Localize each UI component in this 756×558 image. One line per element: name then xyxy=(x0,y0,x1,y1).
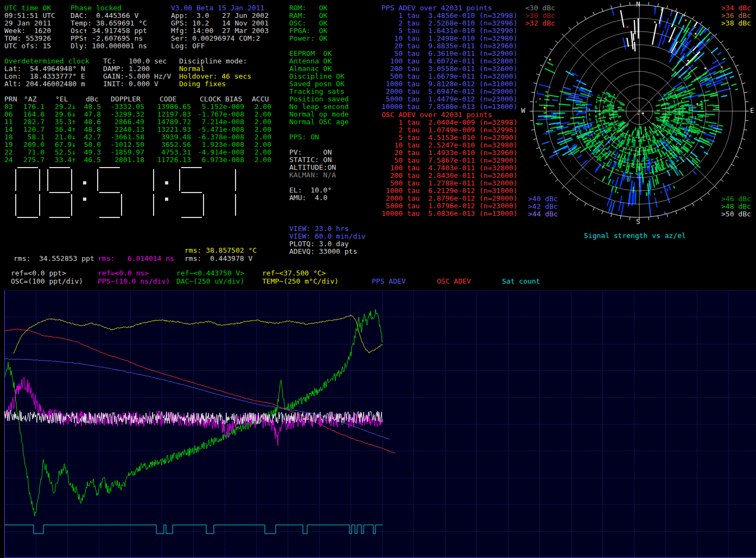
text-segment: Lat: 54.4964948° N xyxy=(4,65,85,73)
text-segment: DAC~(250 uV/div) xyxy=(176,278,244,285)
osc-adev-row: 500 tau 1.2788e-011 (n=32000) xyxy=(382,179,517,187)
sat-table-cell: 2866.49 xyxy=(115,118,144,126)
text-segment: V3.00 Beta 15 Jan 2011 xyxy=(171,4,264,12)
sat-table-cell: 176.1 xyxy=(23,103,45,111)
sat-table-cell: 29.6↓ xyxy=(55,111,76,118)
pps-adev-row: 5000 tau 1.4479e-012 (n=23000) xyxy=(382,95,517,103)
text-segment: Lon: 18.4333777° E xyxy=(4,73,85,80)
pps-adev-row: 10 tau 1.2498e-010 (n=32980) xyxy=(382,35,517,42)
main-plot[interactable] xyxy=(4,290,756,558)
sat-table-header: CODE xyxy=(160,95,176,103)
text-segment: Week: 1620 xyxy=(4,27,51,35)
sat-table-cell: 2240.13 xyxy=(115,126,144,133)
text-segment: rms: 0.443978 V xyxy=(185,255,252,262)
sat-table-header: °EL xyxy=(55,95,68,103)
pps-adev-row: 500 tau 1.6679e-011 (n=32000) xyxy=(382,73,517,80)
sat-table-cell: 2.00 xyxy=(255,118,271,126)
sat-table-cell: 275.7 xyxy=(23,156,45,164)
text-segment: Osc↑ 34.917458 ppt xyxy=(71,27,147,35)
sat-table-cell: 14 xyxy=(4,126,13,133)
pps-adev-row: 100 tau 4.6072e-011 (n=32800) xyxy=(382,57,517,65)
text-segment: EEPROM OK xyxy=(289,50,332,57)
osc-adev-row: 10 tau 2.5247e-010 (n=32980) xyxy=(382,142,517,149)
sat-table-cell: -5.471e-008 xyxy=(198,126,244,133)
pps-adev-row: 50 tau 6.3610e-011 (n=32900) xyxy=(382,50,517,57)
sat-table-cell: 12197.83 xyxy=(157,111,191,118)
text-segment: RAM: OK xyxy=(289,12,327,20)
sat-table-header: DOPPLER xyxy=(111,95,141,103)
sat-table-cell: 46.5 xyxy=(84,156,101,164)
text-segment: TOW: 553926 xyxy=(4,35,51,42)
sat-table-cell: 19 xyxy=(4,141,13,149)
sat-table-cell: -3332.05 xyxy=(110,103,144,111)
text-segment: DAC: 0.445366 V xyxy=(71,12,138,20)
text-segment: Tracking sats xyxy=(289,88,345,95)
text-segment: OSC ADEV xyxy=(437,278,471,285)
sat-table-cell: 42.7 xyxy=(84,133,101,141)
text-segment: Antenna OK xyxy=(289,57,332,65)
sat-table-cell: 14789.72 xyxy=(157,118,191,126)
sat-table-cell: 2801.18 xyxy=(115,156,144,164)
sat-table-cell: 48.6 xyxy=(84,118,101,126)
sat-table-cell: 48.5 xyxy=(84,103,101,111)
osc-adev-row: 2 tau 1.0749e-009 (n=32996) xyxy=(382,126,517,134)
compass-east-label: E xyxy=(750,107,754,114)
sat-table-cell: 2.00 xyxy=(255,111,271,118)
sat-table-cell: 2.00 xyxy=(255,141,271,149)
sat-table-cell: 282.7 xyxy=(23,118,45,126)
sat-table-cell: 67.9↓ xyxy=(55,141,76,149)
lady-heather-screen: { "colors":{"green":"#00c800","white":"#… xyxy=(0,0,756,558)
sat-table-cell: 4753.31 xyxy=(161,149,191,156)
pps-adev-row: 2000 tau 5.6947e-012 (n=29000) xyxy=(382,88,517,95)
sat-table-cell: 18 xyxy=(4,133,13,141)
text-segment: PLOTQ: 3.0 day xyxy=(289,240,349,248)
sat-table-cell: -3061.58 xyxy=(110,133,144,141)
text-segment: Dly: 100.000001 ns xyxy=(71,42,147,50)
text-segment: AMU: 4.0 xyxy=(289,194,327,202)
text-segment: Temp: 38.659691 °C xyxy=(71,20,147,27)
compass-north-label: N xyxy=(636,1,640,8)
osc-adev-row: 10000 tau 5.0836e-013 (n=13000) xyxy=(382,210,517,217)
text-segment: Normal op mode xyxy=(289,111,349,118)
sat-table-cell: -4.914e-008 xyxy=(198,149,244,156)
text-segment: Mfg: 14:00 27 Mar 2003 xyxy=(171,27,269,35)
sat-table-cell: 1.923e-008 xyxy=(202,141,244,149)
pps-adev-row: 10000 tau 7.8580e-013 (n=13000) xyxy=(382,103,517,111)
sat-table-cell: 7.214e-008 xyxy=(202,118,244,126)
osc-adev-row: 5000 tau 1.0796e-012 (n=23000) xyxy=(382,202,517,210)
pps-adev-row: 1 tau 3.4856e-010 (n=32998) xyxy=(382,12,517,20)
sat-table-cell: 22 xyxy=(4,149,13,156)
sat-table-cell: 58.1 xyxy=(28,133,45,141)
text-segment: PPS ADEV xyxy=(372,278,406,285)
sat-table-cell: 49.3 xyxy=(84,149,101,156)
sat-table-cell: -1.767e-008 xyxy=(198,111,244,118)
pps-adev-row: 20 tau 9.8835e-011 (n=32960) xyxy=(382,42,517,50)
text-segment: ref=<0.0 ns> xyxy=(98,270,149,277)
sat-table-cell: 120.7 xyxy=(23,126,45,133)
polar-satellite-map xyxy=(522,0,756,225)
sat-table-cell: 50.0 xyxy=(84,141,101,149)
text-segment: PPS↑ -2.607695 ns xyxy=(71,35,143,42)
osc-adev-row: 50 tau 7.5867e-011 (n=32900) xyxy=(382,157,517,164)
app-window: UTC time OKPhase lockedV3.00 Beta 15 Jan… xyxy=(0,0,756,558)
sat-table-cell: 209.0 xyxy=(23,141,45,149)
sat-table-cell: -1859.97 xyxy=(110,149,144,156)
sat-table-cell: 13986.65 xyxy=(157,103,191,111)
sat-table-cell: 3939.48 xyxy=(161,133,191,141)
sat-table-cell: 48.8 xyxy=(84,126,101,133)
text-segment: PPS: ON xyxy=(289,133,319,141)
sat-table-cell: 2.00 xyxy=(255,149,271,156)
sat-table-cell: 11 xyxy=(4,118,13,126)
sat-table-cell: 24 xyxy=(4,156,13,164)
sat-table-cell: 6.973e-008 xyxy=(202,156,244,164)
sat-table-cell: -1012.50 xyxy=(110,141,144,149)
text-segment: Discipline mode: xyxy=(179,57,247,65)
sat-table-cell: 5.152e-009 xyxy=(202,103,244,111)
text-segment: ROM: OK xyxy=(289,4,327,12)
sat-table-header: CLOCK BIAS xyxy=(200,95,242,103)
text-segment: Power: OK xyxy=(289,35,327,42)
text-segment: Sat count xyxy=(502,278,540,285)
sat-table-cell: 164.8 xyxy=(23,111,45,118)
text-segment: GAIN:-5.000 Hz/V xyxy=(103,73,171,80)
osc-adev-title: OSC ADEV over 42031 points xyxy=(382,111,492,119)
